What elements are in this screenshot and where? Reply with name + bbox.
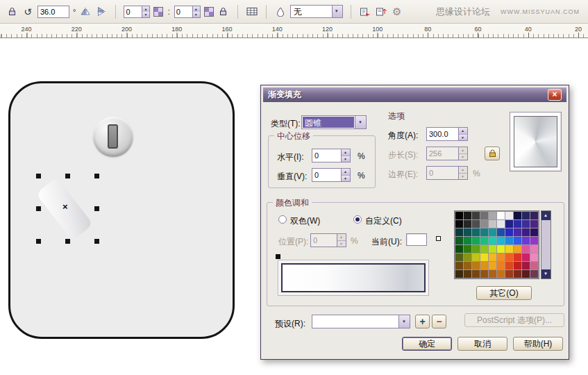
palette-swatch[interactable] bbox=[489, 253, 496, 261]
palette-swatch[interactable] bbox=[480, 237, 488, 244]
two-color-label[interactable]: 双色(W) bbox=[290, 215, 320, 227]
ok-button[interactable]: 确定 bbox=[402, 337, 452, 351]
selection-handle-n[interactable] bbox=[65, 174, 70, 178]
cancel-button[interactable]: 取消 bbox=[457, 337, 507, 351]
palette-swatch[interactable] bbox=[514, 270, 521, 278]
h-offset-spin-buttons[interactable] bbox=[142, 6, 149, 17]
palette-swatch[interactable] bbox=[505, 245, 513, 253]
palette-swatch[interactable] bbox=[514, 228, 521, 236]
close-icon[interactable]: × bbox=[548, 89, 562, 101]
vertical-spinner[interactable]: 0 bbox=[312, 168, 351, 182]
h-offset-value[interactable]: 0 bbox=[124, 6, 142, 17]
palette-swatch[interactable] bbox=[480, 228, 488, 236]
palette-swatch[interactable] bbox=[530, 245, 538, 253]
palette-swatch[interactable] bbox=[455, 237, 463, 244]
presets-select[interactable] bbox=[312, 315, 410, 328]
palette-swatch[interactable] bbox=[455, 270, 463, 278]
palette-swatch[interactable] bbox=[472, 220, 480, 228]
palette-swatch[interactable] bbox=[489, 245, 496, 253]
palette-swatch[interactable] bbox=[464, 262, 471, 269]
horizontal-spinner[interactable]: 0 bbox=[312, 149, 351, 162]
palette-swatch[interactable] bbox=[505, 212, 513, 219]
palette-swatch[interactable] bbox=[522, 212, 530, 219]
selection-handle-se[interactable] bbox=[94, 239, 99, 244]
rotation-angle-input[interactable] bbox=[37, 6, 69, 18]
palette-swatch[interactable] bbox=[489, 270, 496, 278]
scale-grid-icon[interactable] bbox=[153, 7, 163, 17]
grid-table-icon[interactable] bbox=[246, 6, 258, 18]
palette-swatch[interactable] bbox=[489, 212, 496, 219]
scale-grid-icon-2[interactable] bbox=[204, 7, 214, 17]
mirror-horizontal-icon[interactable] bbox=[79, 6, 92, 18]
selection-handle-s[interactable] bbox=[65, 239, 70, 244]
palette-swatch[interactable] bbox=[505, 220, 513, 228]
mirror-vertical-icon[interactable] bbox=[95, 6, 108, 18]
palette-swatch[interactable] bbox=[464, 212, 471, 219]
selected-object[interactable]: × bbox=[36, 174, 99, 244]
position-lock-icon[interactable] bbox=[6, 6, 18, 18]
selection-handle-ne[interactable] bbox=[94, 174, 99, 178]
palette-swatch[interactable] bbox=[472, 270, 480, 278]
v-offset-value[interactable]: 0 bbox=[175, 6, 192, 17]
angle-spin-buttons[interactable] bbox=[458, 128, 467, 140]
horizontal-spin-buttons[interactable] bbox=[341, 149, 350, 162]
palette-swatch[interactable] bbox=[514, 245, 521, 253]
palette-swatch[interactable] bbox=[464, 245, 471, 253]
palette-swatch[interactable] bbox=[530, 270, 538, 278]
palette-swatch[interactable] bbox=[522, 262, 530, 269]
custom-label[interactable]: 自定义(C) bbox=[365, 215, 402, 227]
palette-swatch[interactable] bbox=[455, 212, 463, 219]
palette-swatch[interactable] bbox=[530, 212, 538, 219]
palette-swatch[interactable] bbox=[505, 270, 513, 278]
copy-properties-icon[interactable] bbox=[375, 6, 387, 18]
palette-swatch[interactable] bbox=[480, 253, 488, 261]
palette-swatch[interactable] bbox=[489, 228, 496, 236]
palette-swatch[interactable] bbox=[522, 270, 530, 278]
palette-swatch[interactable] bbox=[514, 220, 521, 228]
palette-swatch[interactable] bbox=[472, 245, 480, 253]
selection-handle-e[interactable] bbox=[94, 206, 99, 211]
preset-remove-button[interactable]: − bbox=[432, 315, 446, 328]
palette-swatch[interactable] bbox=[480, 220, 488, 228]
palette-swatch[interactable] bbox=[464, 220, 471, 228]
palette-swatch[interactable] bbox=[464, 237, 471, 244]
gradient-strip[interactable] bbox=[281, 263, 426, 292]
palette-swatch[interactable] bbox=[497, 212, 505, 219]
gradient-node-start[interactable] bbox=[276, 254, 280, 259]
palette-swatch[interactable] bbox=[480, 262, 488, 269]
palette-scrollbar[interactable] bbox=[541, 210, 551, 279]
palette-swatch[interactable] bbox=[530, 262, 538, 269]
palette-swatch[interactable] bbox=[505, 237, 513, 244]
palette-swatch[interactable] bbox=[497, 220, 505, 228]
palette-swatch[interactable] bbox=[497, 228, 505, 236]
palette-swatch[interactable] bbox=[464, 270, 471, 278]
palette-swatch[interactable] bbox=[514, 212, 521, 219]
h-offset-spinner[interactable]: 0 bbox=[124, 6, 150, 18]
palette-swatch[interactable] bbox=[497, 270, 505, 278]
palette-swatch[interactable] bbox=[522, 228, 530, 236]
palette-swatch[interactable] bbox=[530, 220, 538, 228]
palette-swatch[interactable] bbox=[497, 253, 505, 261]
two-color-radio[interactable] bbox=[278, 215, 287, 224]
palette-swatch[interactable] bbox=[489, 262, 496, 269]
palette-swatch[interactable] bbox=[480, 212, 488, 219]
palette-swatch[interactable] bbox=[522, 253, 530, 261]
scrollbar-track[interactable] bbox=[541, 220, 551, 269]
v-offset-spinner[interactable]: 0 bbox=[174, 6, 201, 18]
palette-swatch[interactable] bbox=[464, 253, 471, 261]
palette-swatch[interactable] bbox=[472, 212, 480, 219]
keyhole-circle[interactable] bbox=[93, 117, 133, 157]
palette-swatch[interactable] bbox=[455, 262, 463, 269]
selection-handle-w[interactable] bbox=[36, 206, 41, 211]
horizontal-value[interactable]: 0 bbox=[312, 149, 341, 162]
vertical-value[interactable]: 0 bbox=[312, 169, 341, 181]
palette-swatch[interactable] bbox=[497, 237, 505, 244]
palette-swatch[interactable] bbox=[530, 253, 538, 261]
palette-swatch[interactable] bbox=[472, 262, 480, 269]
palette-swatch[interactable] bbox=[480, 270, 488, 278]
palette-swatch[interactable] bbox=[497, 262, 505, 269]
rotate-icon[interactable] bbox=[22, 6, 34, 18]
lock-ratio-icon[interactable] bbox=[217, 6, 230, 18]
v-offset-spin-buttons[interactable] bbox=[192, 6, 200, 17]
preset-add-button[interactable]: + bbox=[415, 315, 430, 328]
